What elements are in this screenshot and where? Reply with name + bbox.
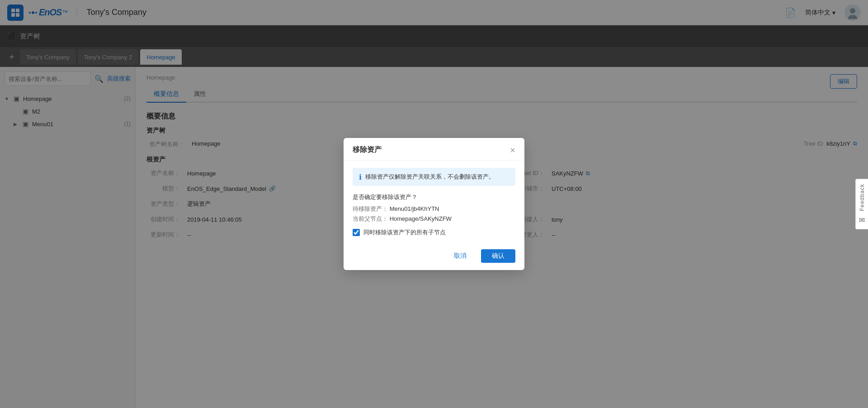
feedback-icon[interactable]: ✉ [859,216,865,224]
feedback-label[interactable]: Feedback [859,184,865,211]
dialog-info-box: ℹ 移除资产仅解除资产关联关系，不会删除该资产。 [353,168,515,186]
dialog-info-icon: ℹ [359,173,362,181]
dialog-close-button[interactable]: × [510,146,515,155]
remove-children-checkbox[interactable] [353,229,360,236]
dialog-parent-node-row: 当前父节点： Homepage/SAKyNZFW [353,215,515,223]
dialog-overlay: 移除资产 × ℹ 移除资产仅解除资产关联关系，不会删除该资产。 是否确定要移除该… [0,0,868,408]
remove-asset-dialog: 移除资产 × ℹ 移除资产仅解除资产关联关系，不会删除该资产。 是否确定要移除该… [344,138,524,270]
dialog-confirm-text: 是否确定要移除该资产？ [353,193,515,201]
dialog-title: 移除资产 [353,145,382,155]
dialog-remove-asset-label: 待移除资产： [353,205,388,212]
dialog-body: ℹ 移除资产仅解除资产关联关系，不会删除该资产。 是否确定要移除该资产？ 待移除… [344,161,524,244]
dialog-footer: 取消 确认 [344,244,524,270]
dialog-checkbox-row: 同时移除该资产下的所有子节点 [353,228,515,237]
dialog-remove-asset-value: Menu01/jb4KhYTN [390,205,439,212]
feedback-panel: Feedback ✉ [855,179,868,229]
remove-children-label[interactable]: 同时移除该资产下的所有子节点 [363,228,446,237]
dialog-remove-asset-row: 待移除资产： Menu01/jb4KhYTN [353,205,515,213]
cancel-button[interactable]: 取消 [445,249,476,263]
dialog-info-text: 移除资产仅解除资产关联关系，不会删除该资产。 [365,172,495,181]
confirm-button[interactable]: 确认 [481,249,515,263]
dialog-parent-node-value: Homepage/SAKyNZFW [390,215,452,222]
dialog-parent-node-label: 当前父节点： [353,215,388,222]
dialog-header: 移除资产 × [344,138,524,161]
